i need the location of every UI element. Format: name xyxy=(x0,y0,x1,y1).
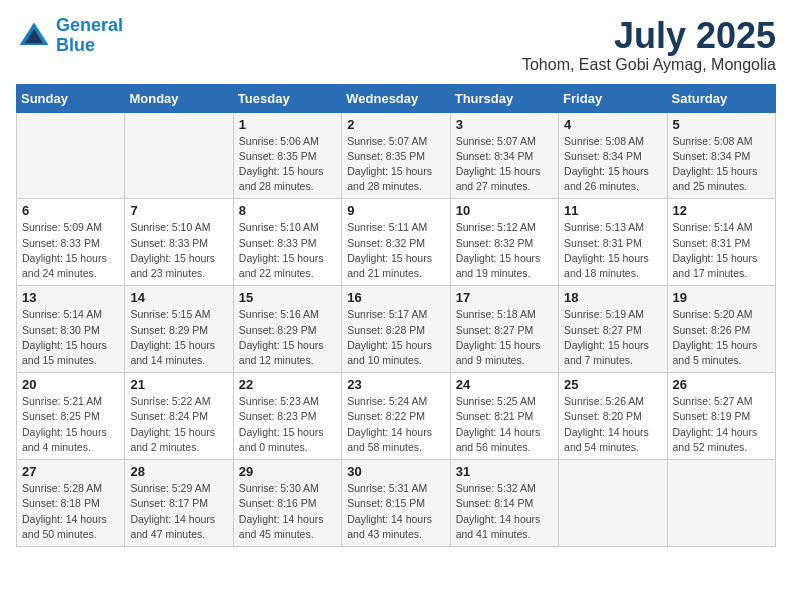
weekday-header-thursday: Thursday xyxy=(450,84,558,112)
day-detail: Sunrise: 5:15 AM Sunset: 8:29 PM Dayligh… xyxy=(130,307,227,368)
day-detail: Sunrise: 5:22 AM Sunset: 8:24 PM Dayligh… xyxy=(130,394,227,455)
day-number: 7 xyxy=(130,203,227,218)
calendar-cell: 19Sunrise: 5:20 AM Sunset: 8:26 PM Dayli… xyxy=(667,286,775,373)
page-header: General Blue July 2025 Tohom, East Gobi … xyxy=(16,16,776,74)
day-number: 17 xyxy=(456,290,553,305)
day-number: 14 xyxy=(130,290,227,305)
day-number: 29 xyxy=(239,464,336,479)
day-number: 11 xyxy=(564,203,661,218)
day-number: 10 xyxy=(456,203,553,218)
day-number: 4 xyxy=(564,117,661,132)
day-detail: Sunrise: 5:21 AM Sunset: 8:25 PM Dayligh… xyxy=(22,394,119,455)
day-number: 9 xyxy=(347,203,444,218)
day-number: 18 xyxy=(564,290,661,305)
calendar-week-row: 27Sunrise: 5:28 AM Sunset: 8:18 PM Dayli… xyxy=(17,460,776,547)
weekday-header-saturday: Saturday xyxy=(667,84,775,112)
day-detail: Sunrise: 5:19 AM Sunset: 8:27 PM Dayligh… xyxy=(564,307,661,368)
day-number: 25 xyxy=(564,377,661,392)
calendar-cell: 17Sunrise: 5:18 AM Sunset: 8:27 PM Dayli… xyxy=(450,286,558,373)
weekday-header-sunday: Sunday xyxy=(17,84,125,112)
calendar-cell: 3Sunrise: 5:07 AM Sunset: 8:34 PM Daylig… xyxy=(450,112,558,199)
calendar-cell: 24Sunrise: 5:25 AM Sunset: 8:21 PM Dayli… xyxy=(450,373,558,460)
day-number: 2 xyxy=(347,117,444,132)
day-detail: Sunrise: 5:14 AM Sunset: 8:31 PM Dayligh… xyxy=(673,220,770,281)
calendar-cell xyxy=(17,112,125,199)
day-number: 21 xyxy=(130,377,227,392)
location-title: Tohom, East Gobi Aymag, Mongolia xyxy=(522,56,776,74)
day-detail: Sunrise: 5:11 AM Sunset: 8:32 PM Dayligh… xyxy=(347,220,444,281)
weekday-header-row: SundayMondayTuesdayWednesdayThursdayFrid… xyxy=(17,84,776,112)
day-number: 24 xyxy=(456,377,553,392)
calendar-cell: 2Sunrise: 5:07 AM Sunset: 8:35 PM Daylig… xyxy=(342,112,450,199)
day-number: 19 xyxy=(673,290,770,305)
day-detail: Sunrise: 5:26 AM Sunset: 8:20 PM Dayligh… xyxy=(564,394,661,455)
day-detail: Sunrise: 5:25 AM Sunset: 8:21 PM Dayligh… xyxy=(456,394,553,455)
day-detail: Sunrise: 5:13 AM Sunset: 8:31 PM Dayligh… xyxy=(564,220,661,281)
calendar-cell: 18Sunrise: 5:19 AM Sunset: 8:27 PM Dayli… xyxy=(559,286,667,373)
calendar-cell: 31Sunrise: 5:32 AM Sunset: 8:14 PM Dayli… xyxy=(450,460,558,547)
calendar-cell: 13Sunrise: 5:14 AM Sunset: 8:30 PM Dayli… xyxy=(17,286,125,373)
day-detail: Sunrise: 5:16 AM Sunset: 8:29 PM Dayligh… xyxy=(239,307,336,368)
calendar-cell: 20Sunrise: 5:21 AM Sunset: 8:25 PM Dayli… xyxy=(17,373,125,460)
day-number: 22 xyxy=(239,377,336,392)
calendar-table: SundayMondayTuesdayWednesdayThursdayFrid… xyxy=(16,84,776,547)
day-detail: Sunrise: 5:31 AM Sunset: 8:15 PM Dayligh… xyxy=(347,481,444,542)
calendar-cell: 29Sunrise: 5:30 AM Sunset: 8:16 PM Dayli… xyxy=(233,460,341,547)
day-detail: Sunrise: 5:14 AM Sunset: 8:30 PM Dayligh… xyxy=(22,307,119,368)
day-detail: Sunrise: 5:10 AM Sunset: 8:33 PM Dayligh… xyxy=(239,220,336,281)
day-detail: Sunrise: 5:32 AM Sunset: 8:14 PM Dayligh… xyxy=(456,481,553,542)
day-detail: Sunrise: 5:23 AM Sunset: 8:23 PM Dayligh… xyxy=(239,394,336,455)
calendar-cell: 8Sunrise: 5:10 AM Sunset: 8:33 PM Daylig… xyxy=(233,199,341,286)
calendar-cell xyxy=(559,460,667,547)
month-title: July 2025 xyxy=(522,16,776,56)
calendar-cell: 22Sunrise: 5:23 AM Sunset: 8:23 PM Dayli… xyxy=(233,373,341,460)
day-number: 30 xyxy=(347,464,444,479)
day-detail: Sunrise: 5:06 AM Sunset: 8:35 PM Dayligh… xyxy=(239,134,336,195)
day-detail: Sunrise: 5:30 AM Sunset: 8:16 PM Dayligh… xyxy=(239,481,336,542)
calendar-cell: 7Sunrise: 5:10 AM Sunset: 8:33 PM Daylig… xyxy=(125,199,233,286)
day-detail: Sunrise: 5:12 AM Sunset: 8:32 PM Dayligh… xyxy=(456,220,553,281)
day-number: 23 xyxy=(347,377,444,392)
day-detail: Sunrise: 5:27 AM Sunset: 8:19 PM Dayligh… xyxy=(673,394,770,455)
calendar-cell: 23Sunrise: 5:24 AM Sunset: 8:22 PM Dayli… xyxy=(342,373,450,460)
day-detail: Sunrise: 5:08 AM Sunset: 8:34 PM Dayligh… xyxy=(564,134,661,195)
calendar-week-row: 20Sunrise: 5:21 AM Sunset: 8:25 PM Dayli… xyxy=(17,373,776,460)
weekday-header-friday: Friday xyxy=(559,84,667,112)
day-number: 3 xyxy=(456,117,553,132)
day-number: 27 xyxy=(22,464,119,479)
calendar-cell: 12Sunrise: 5:14 AM Sunset: 8:31 PM Dayli… xyxy=(667,199,775,286)
day-detail: Sunrise: 5:07 AM Sunset: 8:34 PM Dayligh… xyxy=(456,134,553,195)
calendar-week-row: 1Sunrise: 5:06 AM Sunset: 8:35 PM Daylig… xyxy=(17,112,776,199)
calendar-cell xyxy=(125,112,233,199)
day-number: 20 xyxy=(22,377,119,392)
calendar-body: 1Sunrise: 5:06 AM Sunset: 8:35 PM Daylig… xyxy=(17,112,776,546)
calendar-cell: 28Sunrise: 5:29 AM Sunset: 8:17 PM Dayli… xyxy=(125,460,233,547)
calendar-cell: 30Sunrise: 5:31 AM Sunset: 8:15 PM Dayli… xyxy=(342,460,450,547)
day-detail: Sunrise: 5:09 AM Sunset: 8:33 PM Dayligh… xyxy=(22,220,119,281)
calendar-cell: 6Sunrise: 5:09 AM Sunset: 8:33 PM Daylig… xyxy=(17,199,125,286)
calendar-cell: 1Sunrise: 5:06 AM Sunset: 8:35 PM Daylig… xyxy=(233,112,341,199)
day-number: 6 xyxy=(22,203,119,218)
calendar-week-row: 6Sunrise: 5:09 AM Sunset: 8:33 PM Daylig… xyxy=(17,199,776,286)
day-number: 26 xyxy=(673,377,770,392)
day-number: 1 xyxy=(239,117,336,132)
logo-icon xyxy=(16,18,52,54)
calendar-cell: 16Sunrise: 5:17 AM Sunset: 8:28 PM Dayli… xyxy=(342,286,450,373)
calendar-cell: 21Sunrise: 5:22 AM Sunset: 8:24 PM Dayli… xyxy=(125,373,233,460)
day-number: 15 xyxy=(239,290,336,305)
day-number: 13 xyxy=(22,290,119,305)
calendar-cell: 14Sunrise: 5:15 AM Sunset: 8:29 PM Dayli… xyxy=(125,286,233,373)
calendar-cell: 5Sunrise: 5:08 AM Sunset: 8:34 PM Daylig… xyxy=(667,112,775,199)
weekday-header-monday: Monday xyxy=(125,84,233,112)
calendar-cell: 25Sunrise: 5:26 AM Sunset: 8:20 PM Dayli… xyxy=(559,373,667,460)
day-detail: Sunrise: 5:17 AM Sunset: 8:28 PM Dayligh… xyxy=(347,307,444,368)
calendar-cell: 10Sunrise: 5:12 AM Sunset: 8:32 PM Dayli… xyxy=(450,199,558,286)
day-number: 28 xyxy=(130,464,227,479)
day-detail: Sunrise: 5:08 AM Sunset: 8:34 PM Dayligh… xyxy=(673,134,770,195)
calendar-cell xyxy=(667,460,775,547)
day-number: 12 xyxy=(673,203,770,218)
calendar-cell: 26Sunrise: 5:27 AM Sunset: 8:19 PM Dayli… xyxy=(667,373,775,460)
day-detail: Sunrise: 5:24 AM Sunset: 8:22 PM Dayligh… xyxy=(347,394,444,455)
logo-text: General Blue xyxy=(56,16,123,56)
weekday-header-wednesday: Wednesday xyxy=(342,84,450,112)
